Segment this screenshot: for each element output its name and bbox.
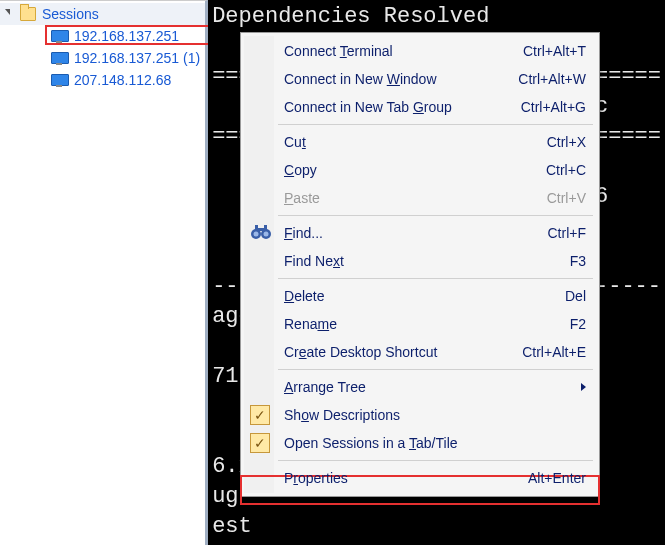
menu-item[interactable]: Find NextF3 [244,247,596,275]
menu-item-label: Arrange Tree [284,379,575,395]
menu-item[interactable]: ✓Open Sessions in a Tab/Tile [244,429,596,457]
menu-item-label: Create Desktop Shortcut [284,344,522,360]
check-icon: ✓ [250,433,270,453]
menu-item-shortcut: Ctrl+Alt+G [521,99,586,115]
tree-item-label: 192.168.137.251 [74,28,179,44]
monitor-icon [50,73,68,87]
menu-separator [278,124,593,125]
tree-root-sessions[interactable]: Sessions [0,3,205,25]
menu-item[interactable]: DeleteDel [244,282,596,310]
submenu-arrow-icon [581,383,586,391]
monitor-icon [50,29,68,43]
menu-item-shortcut: Ctrl+Alt+T [523,43,586,59]
menu-item-shortcut: Ctrl+C [546,162,586,178]
menu-separator [278,460,593,461]
menu-item-label: Cut [284,134,547,150]
folder-icon [20,7,36,21]
menu-item-label: Paste [284,190,547,206]
sessions-tree-panel: Sessions 192.168.137.251 192.168.137.251… [0,0,208,545]
menu-item-label: Rename [284,316,570,332]
tree-item-label: 192.168.137.251 (1) [74,50,200,66]
menu-item-shortcut: Alt+Enter [528,470,586,486]
menu-item-shortcut: Ctrl+Alt+W [518,71,586,87]
menu-item-label: Properties [284,470,528,486]
menu-item[interactable]: CutCtrl+X [244,128,596,156]
menu-item-shortcut: Ctrl+V [547,190,586,206]
menu-item-shortcut: Ctrl+X [547,134,586,150]
menu-item-shortcut: Ctrl+Alt+E [522,344,586,360]
menu-item-label: Open Sessions in a Tab/Tile [284,435,586,451]
terminal-line: est [212,512,661,542]
tree-root-label: Sessions [42,6,99,22]
menu-item[interactable]: Connect in New WindowCtrl+Alt+W [244,65,596,93]
menu-item[interactable]: Arrange Tree [244,373,596,401]
menu-item: PasteCtrl+V [244,184,596,212]
menu-item-label: Delete [284,288,565,304]
menu-item[interactable]: Connect TerminalCtrl+Alt+T [244,37,596,65]
menu-separator [278,278,593,279]
menu-item-shortcut: Ctrl+F [548,225,587,241]
menu-item[interactable]: ✓Show Descriptions [244,401,596,429]
svg-rect-2 [255,225,258,230]
svg-rect-4 [258,228,264,231]
menu-item-label: Show Descriptions [284,407,586,423]
menu-item[interactable]: CopyCtrl+C [244,156,596,184]
terminal-line: Dependencies Resolved [212,2,661,32]
menu-item[interactable]: Create Desktop ShortcutCtrl+Alt+E [244,338,596,366]
monitor-icon [50,51,68,65]
expand-collapse-icon[interactable] [2,7,16,21]
menu-item-label: Copy [284,162,546,178]
tree-item-session-2[interactable]: 207.148.112.68 [0,69,205,91]
menu-item-shortcut: F2 [570,316,586,332]
svg-point-5 [254,232,259,237]
menu-item-shortcut: F3 [570,253,586,269]
menu-separator [278,369,593,370]
check-icon: ✓ [250,405,270,425]
menu-item-label: Find... [284,225,548,241]
binoculars-icon [250,223,272,241]
svg-rect-3 [264,225,267,230]
menu-item-label: Connect in New Window [284,71,518,87]
tree-item-session-0[interactable]: 192.168.137.251 [0,25,205,47]
tree-item-label: 207.148.112.68 [74,72,171,88]
menu-item[interactable]: PropertiesAlt+Enter [244,464,596,492]
svg-point-6 [264,232,269,237]
menu-item[interactable]: Find...Ctrl+F [244,219,596,247]
menu-item[interactable]: Connect in New Tab GroupCtrl+Alt+G [244,93,596,121]
menu-item[interactable]: RenameF2 [244,310,596,338]
menu-item-shortcut: Del [565,288,586,304]
menu-item-label: Connect in New Tab Group [284,99,521,115]
menu-item-label: Find Next [284,253,570,269]
context-menu: Connect TerminalCtrl+Alt+TConnect in New… [240,32,600,497]
menu-separator [278,215,593,216]
menu-item-label: Connect Terminal [284,43,523,59]
tree-item-session-1[interactable]: 192.168.137.251 (1) [0,47,205,69]
